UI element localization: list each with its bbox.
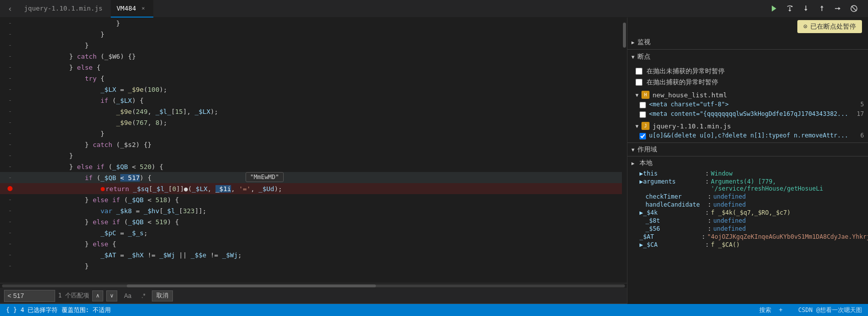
local-expand-icon: ▶ — [631, 161, 634, 166]
step-out-button[interactable] — [816, 3, 828, 15]
line-gutter: - — [0, 20, 20, 27]
scrollbar-thumb[interactable] — [623, 23, 626, 48]
line-text: } else if (_$QB < 519) { — [20, 218, 627, 226]
file-name-2: jquery-1.10.1.min.js — [653, 122, 731, 130]
code-line: - if (_$LX) { — [0, 95, 627, 106]
resume-button[interactable] — [768, 3, 780, 15]
tab-vm484[interactable]: VM484 × — [111, 0, 153, 18]
back-button[interactable]: ‹ — [4, 3, 16, 15]
line-text: var _$k8 = _$hv[_$l_[323]]; — [20, 207, 627, 215]
next-match-button[interactable]: ∨ — [106, 290, 117, 301]
code-line: - _$AT = _$hX != _$Wj || _$$e != _$Wj; — [0, 249, 627, 260]
exception-uncaught-checkbox[interactable] — [635, 68, 642, 75]
code-line: - _$pC = _$_s; — [0, 227, 627, 238]
exception-caught-checkbox[interactable] — [635, 79, 642, 86]
scope-entry-checkTimer: checkTimer : undefined — [627, 193, 868, 201]
scope-key-AT: _$AT — [639, 233, 700, 240]
bp-checkbox-1[interactable] — [639, 102, 646, 108]
vertical-scrollbar[interactable] — [622, 18, 627, 283]
line-text: } — [20, 262, 627, 270]
bp-entry-1: <meta charset="utf-8"> 5 — [635, 100, 864, 109]
file-icon-1: H — [641, 91, 649, 99]
line-text: } else if (_$QB < 518) { — [20, 196, 627, 204]
scope-key-CA: _$CA — [643, 241, 703, 248]
step-over-button[interactable] — [784, 3, 796, 15]
regex-button[interactable]: .* — [138, 290, 149, 301]
cancel-find-button[interactable]: 取消 — [152, 290, 173, 301]
code-line: - } — [0, 260, 627, 271]
h-scrollbar-thumb[interactable] — [127, 284, 376, 287]
main-area: "MmEwMD" - } - } - — [0, 18, 868, 304]
scope-entry-CA: ▶ _$CA : f _$CA() — [627, 241, 868, 249]
scope-val-arguments: Arguments(4) [779, '/service/freshHouse/… — [711, 178, 864, 192]
line-gutter: - — [0, 130, 20, 137]
code-content[interactable]: "MmEwMD" - } - } - — [0, 18, 627, 283]
step-into-button[interactable] — [800, 3, 812, 15]
bp-entry-3: u[o]&&(delete u[o],c?delete n[1]:typeof … — [635, 131, 864, 140]
bp-text-3: u[o]&&(delete u[o],c?delete n[1]:typeof … — [649, 132, 857, 139]
scope-val-4k: f _$4k(_$q7,_$RO,_$c7) — [711, 209, 790, 216]
bp-line-1: 5 — [860, 101, 864, 108]
prev-match-button[interactable]: ∧ — [92, 290, 103, 301]
code-line-517: - if (_$QB < 517) { — [0, 172, 627, 183]
line-text: } catch (_$W6) {} — [20, 53, 627, 60]
file-icon-2: J — [641, 122, 649, 130]
tooltip-text: "MmEwMD" — [250, 174, 279, 181]
breakpoints-header[interactable]: ▼ 断点 — [627, 50, 868, 64]
deactivate-button[interactable] — [848, 3, 860, 15]
file-expand-icon-2[interactable]: ▼ — [635, 123, 638, 129]
line-text: _$pC = _$_s; — [20, 229, 627, 237]
file-entry-1: ▼ H new_house_list.html — [635, 90, 864, 100]
scope-expand-arguments[interactable]: ▶ — [639, 178, 643, 185]
bp-checkbox-2[interactable] — [639, 111, 646, 118]
line-text: if (_$QB < 517) { — [20, 174, 627, 182]
scope-label: 作用域 — [637, 145, 657, 154]
scope-val-this: Window — [711, 170, 732, 177]
bp-checkbox-3[interactable] — [639, 133, 646, 139]
step-button[interactable] — [832, 3, 844, 15]
line-gutter: - — [0, 174, 20, 181]
add-tab-button[interactable]: + — [779, 306, 782, 313]
code-line: - } else if (_$QB < 518) { — [0, 194, 627, 205]
line-gutter: - — [0, 229, 20, 236]
bp-line-2: 17 — [857, 110, 864, 117]
find-input[interactable] — [5, 292, 55, 299]
code-line: - } — [0, 18, 627, 29]
line-text: } else { — [20, 240, 627, 248]
line-gutter: - — [0, 108, 20, 115]
line-gutter: - — [0, 262, 20, 269]
code-line: - } — [0, 29, 627, 40]
scope-expand-CA[interactable]: ▶ — [639, 241, 643, 248]
scope-key-8t: _$8t — [645, 217, 706, 224]
scope-val-AT: "4ojOZJKgqZeKInqeAGuKYb0vS1Mm1DA8CdyJae.… — [707, 233, 868, 240]
scope-entry-AT: _$AT : "4ojOZJKgqZeKInqeAGuKYb0vS1Mm1DA8… — [627, 233, 868, 241]
search-label: 搜索 — [759, 306, 771, 313]
bp-text-1: <meta charset="utf-8"> — [649, 101, 857, 108]
line-text: } else if (_$QB < 520) { — [20, 163, 627, 171]
local-section: ▶ 本地 ▶ this : Window ▶ arguments : Argum… — [627, 156, 868, 249]
line-gutter: - — [0, 141, 20, 148]
scope-expand-this[interactable]: ▶ — [639, 170, 643, 177]
exception-uncaught-row: 在抛出未捕获的异常时暂停 — [635, 66, 864, 77]
status-bar: { } 4 已选择字符 覆盖范围: 不适用 搜索 + CSDN @想看一次嗯天图 — [0, 304, 868, 316]
line-gutter: - — [0, 53, 20, 60]
watch-header[interactable]: ▶ 监视 — [627, 35, 868, 49]
tab-jquery[interactable]: jquery-1.10.1.min.js — [18, 0, 109, 18]
bp-line-3: 6 — [860, 132, 864, 139]
breakpoint-dot — [8, 186, 13, 191]
line-gutter: - — [0, 196, 20, 203]
scope-key-this: this — [643, 170, 703, 177]
local-header[interactable]: ▶ 本地 — [627, 156, 868, 170]
scope-header[interactable]: ▼ 作用域 — [627, 143, 868, 156]
code-editor[interactable]: - } - } - } — [0, 18, 627, 283]
scope-val-8t: undefined — [713, 217, 746, 224]
scope-section: ▼ 作用域 — [627, 143, 868, 156]
file-expand-icon-1[interactable]: ▼ — [635, 92, 638, 98]
scope-expand-4k[interactable]: ▶ — [639, 209, 643, 216]
line-gutter: - — [0, 31, 20, 38]
tab-vm484-close[interactable]: × — [139, 4, 147, 12]
case-sensitive-button[interactable]: Aa — [120, 290, 135, 301]
horizontal-scrollbar[interactable] — [0, 283, 627, 288]
line-gutter: - — [0, 240, 20, 247]
watch-section: ▶ 监视 — [627, 35, 868, 50]
